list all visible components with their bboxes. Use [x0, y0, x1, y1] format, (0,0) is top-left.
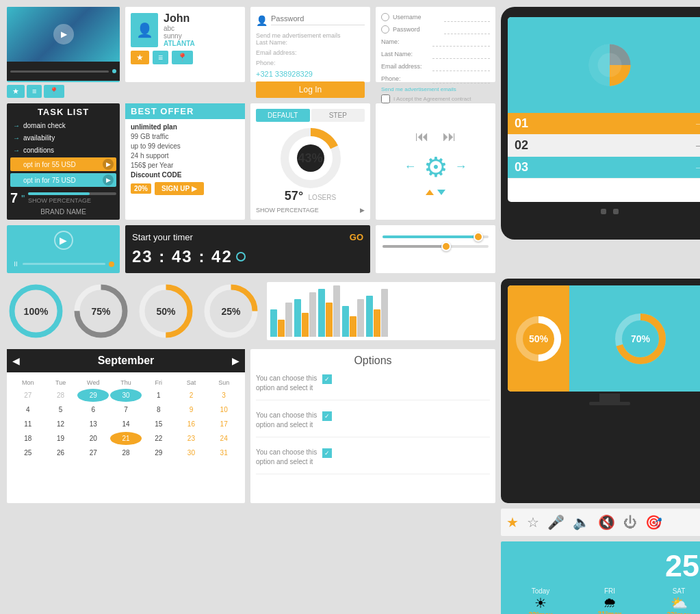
ds-degree: 57°: [285, 189, 303, 203]
slider-2[interactable]: [383, 245, 489, 248]
reg-icon-user: [381, 13, 389, 21]
cal-header-sat: Sat: [176, 378, 207, 387]
cal-day-4[interactable]: 4: [12, 403, 44, 416]
video-loc-btn[interactable]: 📍: [44, 85, 64, 98]
cal-day-26[interactable]: 26: [45, 446, 77, 459]
star-icon-outline[interactable]: ☆: [527, 514, 539, 530]
phone-row-2[interactable]: 02 →: [508, 135, 700, 157]
cal-day-9[interactable]: 9: [176, 403, 207, 416]
cal-day-15[interactable]: 15: [143, 418, 174, 431]
rewind-right[interactable]: ⏭: [443, 129, 456, 144]
rewind-left[interactable]: ⏮: [415, 129, 429, 144]
cal-day-1[interactable]: 1: [143, 389, 174, 402]
cal-day-10[interactable]: 10: [208, 403, 239, 416]
cal-day-13[interactable]: 13: [77, 418, 109, 431]
power-icon[interactable]: ⏻: [623, 515, 637, 530]
option-3-checkbox[interactable]: [322, 448, 332, 458]
cal-prev[interactable]: ◀: [12, 355, 20, 366]
cal-day-5[interactable]: 5: [45, 403, 77, 416]
offer-item-6: Discount CODE: [131, 171, 239, 179]
cal-day-25[interactable]: 25: [12, 446, 44, 459]
password-input[interactable]: [271, 12, 365, 25]
task-opt55[interactable]: → opt in for 55 USD ▶: [10, 157, 116, 171]
video2-play[interactable]: ▶: [54, 231, 73, 250]
slider-1-thumb[interactable]: [474, 232, 483, 242]
mic-icon[interactable]: 🎤: [547, 514, 565, 530]
target-icon[interactable]: 🎯: [645, 514, 662, 530]
offer-item-1: unlimited plan: [131, 123, 239, 131]
cal-day-8[interactable]: 8: [143, 403, 174, 416]
cal-header-wed: Wed: [77, 378, 109, 387]
tab-default[interactable]: DEFAULT: [256, 109, 310, 122]
cal-day-20[interactable]: 20: [77, 432, 109, 445]
opt75-badge: ▶: [103, 175, 114, 186]
cal-day-11[interactable]: 11: [12, 418, 44, 431]
cal-day-7[interactable]: 7: [110, 403, 142, 416]
cal-day-29-end[interactable]: 29: [143, 446, 174, 459]
arrow-left[interactable]: ←: [404, 159, 417, 174]
options-widget: Options You can choose thisoption and se…: [250, 349, 495, 503]
option-1-checkbox[interactable]: [322, 374, 332, 384]
cal-day-3[interactable]: 3: [208, 389, 239, 402]
circles-row: 100% 75% 50% 25%: [7, 279, 495, 344]
tab-step[interactable]: STEP: [311, 109, 365, 122]
monitor-right-panel: 70%: [569, 285, 700, 392]
cal-day-23[interactable]: 23: [176, 432, 207, 445]
cal-day-27-prev[interactable]: 27: [12, 389, 44, 402]
task-opt75[interactable]: → opt in for 75 USD ▶: [10, 173, 116, 187]
cal-day-14[interactable]: 14: [110, 418, 142, 431]
cal-day-28[interactable]: 28: [110, 446, 142, 459]
task-availability: → availability: [10, 133, 116, 143]
option-2-checkbox[interactable]: [322, 411, 332, 421]
cal-day-30[interactable]: 30: [110, 389, 142, 402]
profile-location: ATLANTA: [164, 40, 195, 47]
video-widget: ★ ≡ 📍: [7, 7, 120, 98]
speaker-icon[interactable]: 🔈: [573, 514, 590, 530]
ds-show-icon[interactable]: ▶: [360, 207, 365, 214]
cal-month: September: [98, 355, 155, 367]
cal-day-22[interactable]: 22: [143, 432, 174, 445]
agreement-checkbox[interactable]: [381, 94, 390, 103]
cal-day-16[interactable]: 16: [176, 418, 207, 431]
cal-day-19[interactable]: 19: [45, 432, 77, 445]
cal-day-31[interactable]: 31: [208, 446, 239, 459]
signup-button[interactable]: SIGN UP ▶: [155, 182, 204, 195]
video-fav-btn[interactable]: ★: [7, 85, 25, 98]
forecast-fri-icon: 🌧: [577, 595, 643, 611]
profile-map-btn[interactable]: 📍: [172, 51, 193, 64]
cal-day-27[interactable]: 27: [77, 446, 109, 459]
cal-day-28-prev[interactable]: 28: [45, 389, 77, 402]
profile-fav-btn[interactable]: ★: [131, 51, 149, 64]
offer-item-5: 156$ per Year: [131, 162, 239, 169]
circle-100: 100%: [7, 282, 65, 340]
option-1: You can choose thisoption and select it: [256, 374, 490, 400]
slider-1[interactable]: [383, 235, 489, 238]
profile-menu-btn[interactable]: ≡: [153, 51, 168, 64]
bar-gray-2: [309, 292, 316, 337]
mute-icon[interactable]: 🔇: [598, 514, 615, 530]
cal-day-30-end[interactable]: 30: [176, 446, 207, 459]
login-button[interactable]: Log In: [256, 81, 365, 98]
ad-email-link[interactable]: Send me advertisement emails: [381, 86, 490, 92]
cal-day-2[interactable]: 2: [176, 389, 207, 402]
cal-day-12[interactable]: 12: [45, 418, 77, 431]
play-button[interactable]: [53, 24, 74, 44]
cal-day-18[interactable]: 18: [12, 432, 44, 445]
cal-day-6[interactable]: 6: [77, 403, 109, 416]
arrow-right[interactable]: →: [455, 159, 467, 174]
bar-orange-3: [326, 303, 333, 337]
star-icon-filled[interactable]: ★: [506, 514, 519, 530]
cal-day-17[interactable]: 17: [208, 418, 239, 431]
phone-label: Phone:: [256, 60, 365, 66]
cal-next[interactable]: ▶: [232, 355, 239, 366]
cal-day-29[interactable]: 29: [77, 389, 109, 402]
phone-row-1[interactable]: 01 →: [508, 113, 700, 135]
slider-2-thumb[interactable]: [441, 242, 451, 251]
cal-day-24[interactable]: 24: [208, 432, 239, 445]
timer-go[interactable]: GO: [350, 232, 363, 242]
cal-day-21[interactable]: 21: [110, 432, 142, 445]
task-opt55-text: opt in for 55 USD: [23, 161, 76, 168]
video-list-btn[interactable]: ≡: [27, 85, 42, 98]
bar-group-5: [366, 289, 388, 337]
phone-row-3[interactable]: 03 →: [508, 157, 700, 179]
